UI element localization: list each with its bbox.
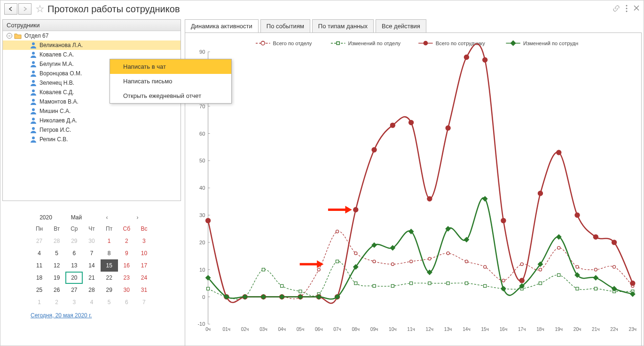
svg-point-120 bbox=[206, 218, 211, 223]
svg-text:60: 60 bbox=[199, 131, 205, 137]
svg-point-78 bbox=[317, 268, 320, 271]
cal-day[interactable]: 23 bbox=[118, 272, 135, 284]
employee-tree[interactable]: − Отдел 67 Великанова Л.А.Ковалев С.А.Бе… bbox=[3, 31, 181, 201]
tree-dept[interactable]: − Отдел 67 bbox=[3, 31, 181, 40]
cal-day[interactable]: 30 bbox=[118, 284, 135, 296]
nav-back-button[interactable] bbox=[4, 3, 17, 15]
svg-text:22ч: 22ч bbox=[610, 327, 618, 332]
svg-point-140 bbox=[575, 213, 580, 217]
cal-day[interactable]: 20 bbox=[65, 272, 83, 284]
svg-point-84 bbox=[428, 257, 431, 260]
tree-employee[interactable]: Великанова Л.А. bbox=[3, 40, 181, 50]
cal-year[interactable]: 2020 bbox=[31, 212, 61, 223]
svg-point-2 bbox=[626, 10, 628, 12]
cal-day[interactable]: 16 bbox=[118, 259, 135, 272]
cal-day[interactable]: 3 bbox=[135, 235, 153, 247]
cal-day[interactable]: 6 bbox=[65, 247, 83, 259]
cal-day[interactable]: 30 bbox=[83, 235, 100, 247]
ctx-open-report[interactable]: Открыть ежедневный отчет bbox=[110, 89, 231, 103]
cal-day[interactable]: 13 bbox=[65, 259, 83, 272]
svg-text:21ч: 21ч bbox=[592, 327, 600, 332]
collapse-icon[interactable]: − bbox=[7, 33, 12, 39]
cal-dow: Вс bbox=[135, 223, 153, 235]
tree-employee[interactable]: Петров И.С. bbox=[3, 125, 181, 135]
tree-employee[interactable]: Ковалев С.А. bbox=[3, 50, 181, 59]
cal-day[interactable]: 7 bbox=[83, 247, 100, 259]
folder-icon bbox=[14, 32, 22, 39]
cal-day[interactable]: 3 bbox=[65, 296, 83, 308]
person-icon bbox=[30, 70, 37, 77]
nav-forward-button[interactable] bbox=[18, 3, 31, 15]
svg-rect-100 bbox=[281, 284, 283, 287]
chart-container: -1001020304050607080900ч01ч02ч03ч04ч05ч0… bbox=[185, 32, 642, 346]
svg-point-80 bbox=[354, 252, 357, 255]
cal-day[interactable]: 18 bbox=[31, 272, 48, 284]
cal-day[interactable]: 5 bbox=[48, 247, 65, 259]
cal-day[interactable]: 1 bbox=[101, 235, 118, 247]
cal-day[interactable]: 28 bbox=[48, 235, 65, 247]
svg-point-143 bbox=[630, 281, 635, 286]
tab-types[interactable]: По типам данных bbox=[312, 19, 374, 32]
svg-point-6 bbox=[32, 71, 35, 73]
tree-employee[interactable]: Репин С.В. bbox=[3, 135, 181, 144]
cal-day[interactable]: 11 bbox=[31, 259, 48, 272]
cal-day[interactable]: 9 bbox=[118, 247, 135, 259]
close-icon[interactable] bbox=[633, 5, 640, 14]
more-icon[interactable] bbox=[626, 5, 628, 14]
cal-day[interactable]: 14 bbox=[83, 259, 100, 272]
svg-rect-106 bbox=[391, 284, 394, 287]
tab-activity[interactable]: Динамика активности bbox=[185, 19, 259, 32]
cal-next-button[interactable]: › bbox=[122, 212, 153, 223]
cal-day[interactable]: 2 bbox=[118, 235, 135, 247]
cal-day[interactable]: 7 bbox=[135, 296, 153, 308]
cal-day[interactable]: 29 bbox=[101, 284, 118, 296]
ctx-write-chat[interactable]: Написать в чат bbox=[110, 59, 231, 74]
cal-day[interactable]: 21 bbox=[83, 272, 100, 284]
cal-prev-button[interactable]: ‹ bbox=[92, 212, 122, 223]
cal-day[interactable]: 6 bbox=[118, 296, 135, 308]
favorite-icon[interactable] bbox=[35, 4, 45, 14]
cal-day[interactable]: 27 bbox=[65, 284, 83, 296]
cal-day[interactable]: 31 bbox=[135, 284, 153, 296]
svg-rect-114 bbox=[539, 282, 542, 285]
cal-day[interactable]: 25 bbox=[31, 284, 48, 296]
svg-point-85 bbox=[447, 252, 449, 255]
cal-day[interactable]: 22 bbox=[101, 272, 118, 284]
cal-day[interactable]: 4 bbox=[31, 247, 48, 259]
cal-day[interactable]: 24 bbox=[135, 272, 153, 284]
cal-dow: Вт bbox=[48, 223, 65, 235]
tree-employee[interactable]: Мишин С.А. bbox=[3, 106, 181, 116]
today-link[interactable]: Сегодня, 20 мая 2020 г. bbox=[31, 312, 92, 319]
ctx-write-email[interactable]: Написать письмо bbox=[110, 74, 231, 89]
svg-point-139 bbox=[557, 150, 561, 155]
cal-day[interactable]: 12 bbox=[48, 259, 65, 272]
cal-day[interactable]: 29 bbox=[65, 235, 83, 247]
link-icon[interactable] bbox=[613, 5, 620, 14]
cal-day[interactable]: 5 bbox=[101, 296, 118, 308]
svg-point-0 bbox=[626, 5, 628, 6]
employee-name: Мишин С.А. bbox=[39, 108, 71, 114]
svg-text:70: 70 bbox=[199, 104, 205, 109]
cal-day[interactable]: 10 bbox=[135, 247, 153, 259]
svg-rect-105 bbox=[373, 284, 376, 287]
cal-day[interactable]: 8 bbox=[101, 247, 118, 259]
cal-day[interactable]: 28 bbox=[83, 284, 100, 296]
cal-day[interactable]: 26 bbox=[48, 284, 65, 296]
svg-text:16ч: 16ч bbox=[500, 327, 508, 332]
cal-day[interactable]: 27 bbox=[31, 235, 48, 247]
cal-day[interactable]: 17 bbox=[135, 259, 153, 272]
employee-name: Великанова Л.А. bbox=[39, 42, 83, 48]
cal-day[interactable]: 4 bbox=[83, 296, 100, 308]
tab-all[interactable]: Все действия bbox=[376, 19, 426, 32]
employee-name: Мамонтов В.А. bbox=[39, 98, 79, 105]
cal-day[interactable]: 19 bbox=[48, 272, 65, 284]
tree-employee[interactable]: Николаев Д.А. bbox=[3, 116, 181, 125]
svg-text:10: 10 bbox=[199, 267, 205, 273]
cal-day[interactable]: 1 bbox=[31, 296, 48, 308]
svg-point-135 bbox=[483, 57, 487, 62]
tab-events[interactable]: По событиям bbox=[260, 19, 310, 32]
svg-rect-110 bbox=[465, 282, 468, 285]
cal-day[interactable]: 15 bbox=[101, 259, 118, 272]
cal-month[interactable]: Май bbox=[61, 212, 92, 223]
cal-day[interactable]: 2 bbox=[48, 296, 65, 308]
